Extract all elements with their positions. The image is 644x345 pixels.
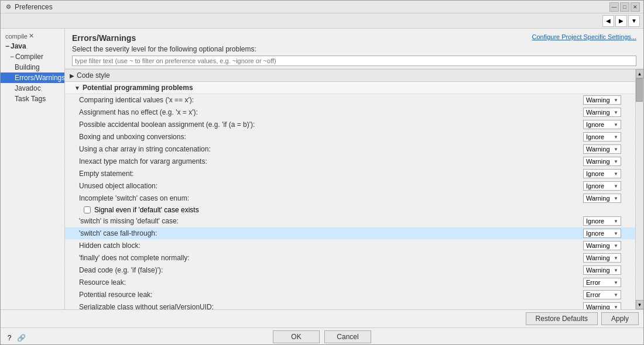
chevron-down-icon: ▼ [614, 292, 618, 298]
severity-dropdown[interactable]: Warning▼ [583, 241, 621, 250]
table-row: Assignment has no effect (e.g. 'x = x'):… [65, 106, 635, 119]
table-row: Incomplete 'switch' cases on enum: Warni… [65, 192, 635, 205]
problem-label: Incomplete 'switch' cases on enum: [79, 194, 583, 202]
problem-label: Boxing and unboxing conversions: [79, 133, 583, 141]
severity-dropdown[interactable]: Warning▼ [583, 253, 621, 263]
severity-dropdown[interactable]: Ignore▼ [583, 120, 621, 129]
scroll-track[interactable] [636, 78, 643, 300]
problem-label: Comparing identical values ('x == x'): [79, 96, 583, 104]
chevron-down-icon: ▼ [614, 268, 618, 273]
severity-dropdown[interactable]: Warning▼ [583, 194, 621, 203]
scrollbar[interactable]: ▲ ▼ [635, 69, 643, 309]
sidebar-item-task-tags[interactable]: Task Tags [1, 94, 64, 104]
sidebar-item-javadoc[interactable]: Javadoc [1, 83, 64, 94]
page-title: Errors/Warnings [72, 33, 136, 43]
chevron-down-icon: ▼ [614, 196, 618, 201]
severity-dropdown[interactable]: Ignore▼ [583, 181, 621, 191]
preferences-window: ⚙ Preferences — □ ✕ ◀ ▶ ▼ compile ✕ − Ja… [0, 0, 644, 345]
dropdown-value: Warning [586, 195, 610, 202]
compile-label: compile [5, 33, 28, 40]
chevron-down-icon: ▼ [614, 305, 618, 310]
severity-dropdown[interactable]: Error▼ [583, 278, 621, 287]
dropdown-value: Warning [586, 146, 610, 153]
severity-dropdown[interactable]: Warning▼ [583, 95, 621, 105]
back-button[interactable]: ◀ [602, 15, 614, 27]
clear-icon[interactable]: ✕ [29, 32, 34, 40]
sidebar-item-java[interactable]: − Java [1, 41, 64, 51]
chevron-down-icon: ▼ [614, 171, 618, 177]
problem-label: 'switch' case fall-through: [79, 229, 583, 237]
severity-dropdown[interactable]: Error▼ [583, 290, 621, 299]
problem-label: Inexact type match for vararg arguments: [79, 157, 583, 165]
severity-dropdown[interactable]: Ignore▼ [583, 132, 621, 142]
table-row: Empty statement: Ignore▼ [65, 168, 635, 180]
table-row: Using a char array in string concatenati… [65, 143, 635, 156]
dropdown-value: Error [586, 279, 600, 286]
maximize-button[interactable]: □ [620, 2, 629, 12]
severity-dropdown[interactable]: Warning▼ [583, 108, 621, 117]
minimize-button[interactable]: — [609, 2, 619, 12]
dropdown-value: Ignore [586, 121, 604, 128]
description: Select the severity level for the follow… [72, 45, 636, 53]
dropdown-value: Ignore [586, 230, 604, 237]
chevron-down-icon: ▼ [614, 256, 618, 261]
default-case-checkbox[interactable] [84, 206, 91, 213]
cancel-button[interactable]: Cancel [324, 330, 371, 343]
problem-label: Hidden catch block: [79, 242, 583, 250]
content-area: Errors/Warnings Configure Project Specif… [65, 29, 643, 309]
ok-button[interactable]: OK [273, 330, 320, 343]
sidebar-item-building[interactable]: Building [1, 62, 64, 73]
sidebar-compiler-label: Compiler [15, 53, 43, 61]
sidebar-errors-label: Errors/Warnings [15, 74, 65, 82]
sidebar-item-errors-warnings[interactable]: Errors/Warnings [1, 73, 64, 83]
chevron-down-icon: ▼ [614, 243, 618, 249]
table-row: Boxing and unboxing conversions: Ignore▼ [65, 131, 635, 143]
apply-button[interactable]: Apply [601, 312, 639, 325]
severity-dropdown[interactable]: Warning▼ [583, 265, 621, 275]
dropdown-value: Warning [586, 254, 610, 261]
chevron-down-icon: ▼ [614, 147, 618, 152]
dropdown-value: Warning [586, 267, 610, 274]
ok-cancel-bar: ? 🔗 OK Cancel [1, 327, 643, 345]
section-potential-programming[interactable]: ▼ Potential programming problems [65, 82, 635, 94]
severity-dropdown[interactable]: Ignore▼ [583, 229, 621, 238]
table-row: Potential resource leak: Error▼ [65, 289, 635, 301]
chevron-down-icon: ▼ [614, 134, 618, 140]
restore-defaults-button[interactable]: Restore Defaults [526, 312, 598, 325]
window-title: Preferences [15, 3, 53, 11]
title-bar-left: ⚙ Preferences [4, 3, 53, 11]
chevron-down-icon: ▼ [614, 280, 618, 285]
chevron-down-icon: ▼ [614, 159, 618, 164]
dropdown-button[interactable]: ▼ [628, 15, 640, 27]
severity-dropdown[interactable]: Ignore▼ [583, 216, 621, 226]
scroll-down-button[interactable]: ▼ [636, 300, 644, 309]
problem-label: 'finally' does not complete normally: [79, 254, 583, 262]
sidebar-building-label: Building [15, 63, 40, 71]
table-row: 'switch' is missing 'default' case: Igno… [65, 215, 635, 227]
problem-label: Dead code (e.g. 'if (false)'): [79, 266, 583, 274]
problem-label: Potential resource leak: [79, 291, 583, 299]
scroll-thumb[interactable] [636, 78, 643, 102]
help-icon[interactable]: ? [5, 333, 14, 343]
dropdown-value: Ignore [586, 182, 604, 189]
severity-dropdown[interactable]: Warning▼ [583, 302, 621, 309]
title-bar-controls: — □ ✕ [609, 2, 640, 12]
table-row: Resource leak: Error▼ [65, 277, 635, 289]
forward-button[interactable]: ▶ [615, 15, 627, 27]
filter-input[interactable] [72, 56, 636, 66]
restore-apply-bar: Restore Defaults Apply [1, 310, 643, 327]
checkbox-row: Signal even if 'default' case exists [65, 205, 635, 215]
severity-dropdown[interactable]: Warning▼ [583, 157, 621, 166]
problem-label: Assignment has no effect (e.g. 'x = x'): [79, 108, 583, 116]
chevron-down-icon: ▼ [614, 184, 618, 189]
problem-label: Unused object allocation: [79, 182, 583, 190]
scroll-up-button[interactable]: ▲ [636, 69, 644, 78]
close-button[interactable]: ✕ [631, 2, 640, 12]
problem-label: 'switch' is missing 'default' case: [79, 217, 583, 225]
severity-dropdown[interactable]: Ignore▼ [583, 169, 621, 178]
config-link[interactable]: Configure Project Specific Settings... [532, 33, 636, 40]
linked-icon[interactable]: 🔗 [16, 333, 26, 343]
severity-dropdown[interactable]: Warning▼ [583, 144, 621, 154]
sidebar-item-compiler[interactable]: − Compiler [1, 51, 64, 62]
section-code-style[interactable]: ▶ Code style [65, 69, 635, 82]
